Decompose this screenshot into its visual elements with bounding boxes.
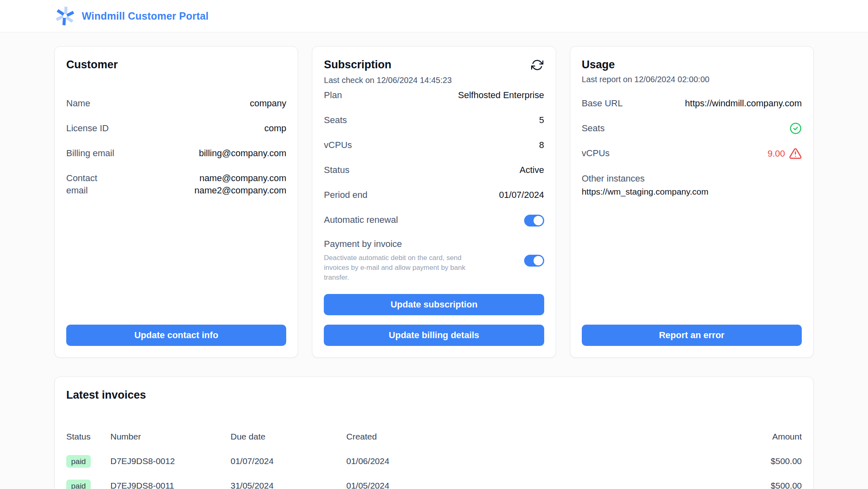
app-header: Windmill Customer Portal [0,0,868,32]
subscription-row-status: Status Active [324,164,544,176]
status-badge: paid [66,455,91,468]
payment-by-invoice-description: Deactivate automatic debit on the card, … [324,253,487,283]
update-subscription-button[interactable]: Update subscription [324,294,544,315]
row-label: Seats [582,122,605,135]
row-value: https://windmill.company.com [685,97,802,110]
windmill-logo-icon [54,5,76,27]
subscription-row-vcpus: vCPUs 8 [324,139,544,151]
subscription-row-seats: Seats 5 [324,114,544,126]
main-content: Customer Name company License ID comp Bi… [0,32,868,489]
row-value: 5 [539,114,544,126]
invoice-created: 01/06/2024 [346,456,720,466]
invoice-row: paid D7EJ9DS8-0011 31/05/2024 01/05/2024… [66,473,802,489]
invoice-amount: $500.00 [720,481,802,489]
invoices-table-header: Status Number Due date Created Amount [66,431,802,442]
customer-row-billing-email: Billing email billing@company.com [66,147,286,159]
invoice-amount: $500.00 [720,456,802,466]
row-label: Plan [324,89,342,101]
row-value: billing@company.com [199,147,286,159]
row-label: Base URL [582,97,623,110]
row-label: vCPUs [324,139,352,151]
invoice-number: D7EJ9DS8-0012 [110,456,231,466]
automatic-renewal-toggle[interactable] [524,215,544,227]
row-value: name@company.com name2@company.com [194,172,286,197]
col-amount: Amount [720,431,802,442]
invoices-title: Latest invoices [66,388,802,402]
automatic-renewal-row: Automatic renewal [324,214,544,227]
usage-other-instances: Other instances https://wm_staging.compa… [582,173,802,197]
customer-row-contact-email: Contact email name@company.com name2@com… [66,172,286,197]
warning-triangle-icon [789,147,802,160]
row-label: Period end [324,189,367,201]
col-due-date: Due date [231,431,346,442]
invoice-due-date: 31/05/2024 [231,481,346,489]
vcpus-over-limit: 9.00 [767,147,802,160]
contact-email-2: name2@company.com [194,184,286,197]
customer-card-title: Customer [66,58,286,71]
invoice-row: paid D7EJ9DS8-0012 01/07/2024 01/06/2024… [66,449,802,473]
row-label: License ID [66,122,109,135]
row-label: Name [66,97,90,110]
row-label: vCPUs [582,147,610,159]
contact-email-1: name@company.com [194,172,286,184]
row-value: company [250,97,286,110]
row-label: Seats [324,114,347,126]
status-badge: paid [66,480,91,489]
usage-row-base-url: Base URL https://windmill.company.com [582,97,802,110]
col-number: Number [110,431,231,442]
update-contact-info-button[interactable]: Update contact info [66,325,286,346]
row-label: Contact email [66,172,107,197]
col-created: Created [346,431,720,442]
toggle-label: Payment by invoice [324,238,487,250]
invoice-due-date: 01/07/2024 [231,456,346,466]
toggle-label: Automatic renewal [324,214,398,226]
payment-by-invoice-row: Payment by invoice Deactivate automatic … [324,238,544,283]
row-value: 01/07/2024 [499,189,544,201]
row-value: Active [520,164,544,176]
subscription-last-check: Last check on 12/06/2024 14:45:23 [324,75,544,85]
invoice-created: 01/05/2024 [346,481,720,489]
customer-row-name: Name company [66,97,286,110]
usage-last-report: Last report on 12/06/2024 02:00:00 [582,74,802,85]
usage-card-title: Usage [582,58,802,71]
report-an-error-button[interactable]: Report an error [582,325,802,346]
vcpus-usage-value: 9.00 [767,148,785,160]
col-status: Status [66,431,110,442]
subscription-row-plan: Plan Selfhosted Enterprise [324,89,544,101]
refresh-icon[interactable] [530,58,544,72]
brand: Windmill Customer Portal [54,5,209,27]
row-value: 8 [539,139,544,151]
subscription-card-title: Subscription [324,58,391,71]
check-circle-icon [789,122,802,135]
invoices-card: Latest invoices Status Number Due date C… [54,377,814,489]
subscription-card: Subscription Last check on 12/06/2024 14… [312,46,556,358]
customer-card: Customer Name company License ID comp Bi… [54,46,298,358]
invoices-table: Status Number Due date Created Amount pa… [66,431,802,489]
row-value: Selfhosted Enterprise [458,89,544,101]
row-label: Other instances [582,173,645,185]
subscription-row-period-end: Period end 01/07/2024 [324,189,544,201]
payment-by-invoice-toggle[interactable] [524,255,544,267]
other-instance-url: https://wm_staging.company.com [582,186,802,197]
usage-row-vcpus: vCPUs 9.00 [582,147,802,160]
row-value: comp [265,122,287,135]
customer-row-license-id: License ID comp [66,122,286,135]
row-label: Billing email [66,147,114,159]
invoice-number: D7EJ9DS8-0011 [110,481,231,489]
usage-row-seats: Seats [582,122,802,135]
update-billing-details-button[interactable]: Update billing details [324,325,544,346]
usage-card: Usage Last report on 12/06/2024 02:00:00… [570,46,814,358]
row-label: Status [324,164,349,176]
app-title: Windmill Customer Portal [82,10,209,22]
